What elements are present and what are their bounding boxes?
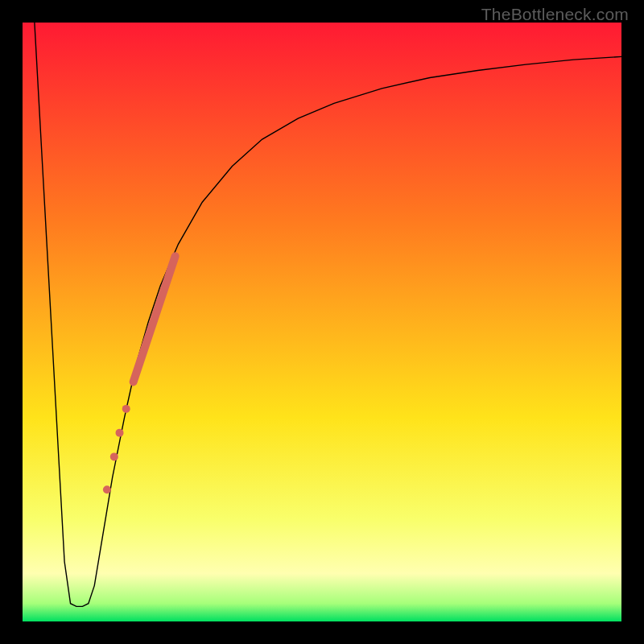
plot-area: [23, 23, 621, 621]
chart-svg: [23, 23, 621, 621]
gradient-background: [23, 23, 621, 621]
highlight-dot: [122, 405, 130, 413]
highlight-dot: [110, 452, 118, 460]
highlight-dot: [116, 429, 124, 437]
chart-frame: TheBottleneck.com: [0, 0, 644, 644]
highlight-dot: [103, 485, 111, 493]
watermark-label: TheBottleneck.com: [481, 5, 629, 24]
